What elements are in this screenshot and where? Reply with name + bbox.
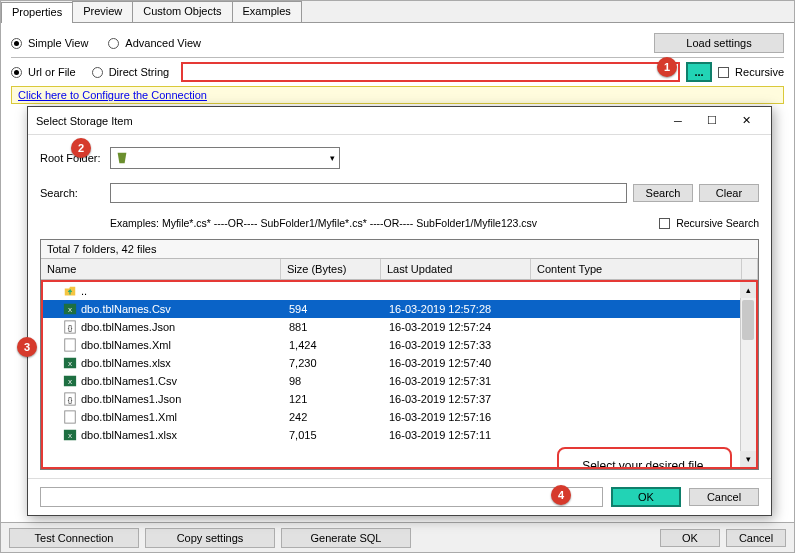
xlsx-file-icon: X (63, 356, 77, 370)
label-direct-string: Direct String (109, 66, 170, 78)
copy-settings-button[interactable]: Copy settings (145, 528, 275, 548)
file-date: 16-03-2019 12:57:31 (389, 375, 539, 387)
file-rows[interactable]: .. Xdbo.tblNames.Csv59416-03-2019 12:57:… (41, 280, 758, 469)
file-name: dbo.tblNames1.xlsx (81, 429, 177, 441)
file-size: 881 (289, 321, 389, 333)
search-input[interactable] (110, 183, 627, 203)
scroll-up-icon[interactable]: ▴ (740, 282, 756, 298)
label-recursive: Recursive (735, 66, 784, 78)
radio-url-or-file[interactable] (11, 67, 22, 78)
tab-custom-objects[interactable]: Custom Objects (132, 1, 232, 22)
main-cancel-button[interactable]: Cancel (726, 529, 786, 547)
checkbox-recursive[interactable] (718, 67, 729, 78)
radio-advanced-view[interactable] (108, 38, 119, 49)
file-size: 7,015 (289, 429, 389, 441)
tab-preview[interactable]: Preview (72, 1, 133, 22)
svg-rect-5 (65, 339, 76, 351)
file-date: 16-03-2019 12:57:11 (389, 429, 539, 441)
maximize-button[interactable]: ☐ (695, 110, 729, 132)
file-date: 16-03-2019 12:57:33 (389, 339, 539, 351)
clear-button[interactable]: Clear (699, 184, 759, 202)
instruction-callout: Select your desired file, which you want… (557, 447, 732, 469)
label-recursive-search: Recursive Search (676, 217, 759, 229)
xml-file-icon (63, 338, 77, 352)
cancel-button[interactable]: Cancel (689, 488, 759, 506)
close-button[interactable]: ✕ (729, 110, 763, 132)
file-name: dbo.tblNames.Json (81, 321, 175, 333)
svg-text:X: X (68, 360, 72, 367)
list-header: Name Size (Bytes) Last Updated Content T… (41, 259, 758, 280)
folder-up-icon (63, 284, 77, 298)
file-size: 242 (289, 411, 389, 423)
file-date: 16-03-2019 12:57:40 (389, 357, 539, 369)
select-storage-dialog: Select Storage Item ─ ☐ ✕ Root Folder: ▾… (27, 106, 772, 516)
table-row[interactable]: Xdbo.tblNames.Csv59416-03-2019 12:57:28 (43, 300, 756, 318)
step-marker-4: 4 (551, 485, 571, 505)
ok-button[interactable]: OK (611, 487, 681, 507)
file-date: 16-03-2019 12:57:16 (389, 411, 539, 423)
table-row[interactable]: Xdbo.tblNames1.xlsx7,01516-03-2019 12:57… (43, 426, 756, 444)
file-date: 16-03-2019 12:57:28 (389, 303, 539, 315)
scroll-down-icon[interactable]: ▾ (740, 451, 756, 467)
xml-file-icon (63, 410, 77, 424)
up-folder-row[interactable]: .. (43, 282, 756, 300)
root-folder-combo[interactable]: ▾ (110, 147, 340, 169)
scroll-thumb[interactable] (742, 300, 754, 340)
col-content-type[interactable]: Content Type (531, 259, 742, 279)
col-updated[interactable]: Last Updated (381, 259, 531, 279)
scrollbar[interactable]: ▴ ▾ (740, 282, 756, 467)
table-row[interactable]: dbo.tblNames1.Xml24216-03-2019 12:57:16 (43, 408, 756, 426)
table-row[interactable]: {}dbo.tblNames.Json88116-03-2019 12:57:2… (43, 318, 756, 336)
load-settings-button[interactable]: Load settings (654, 33, 784, 53)
file-size: 1,424 (289, 339, 389, 351)
table-row[interactable]: {}dbo.tblNames1.Json12116-03-2019 12:57:… (43, 390, 756, 408)
configure-connection-link[interactable]: Click here to Configure the Connection (18, 89, 207, 101)
step-marker-3: 3 (17, 337, 37, 357)
tab-examples[interactable]: Examples (232, 1, 302, 22)
generate-sql-button[interactable]: Generate SQL (281, 528, 411, 548)
test-connection-button[interactable]: Test Connection (9, 528, 139, 548)
url-file-input[interactable] (181, 62, 680, 82)
list-summary: Total 7 folders, 42 files (41, 240, 758, 259)
search-button[interactable]: Search (633, 184, 693, 202)
selected-path-input[interactable] (40, 487, 603, 507)
file-name: dbo.tblNames.xlsx (81, 357, 171, 369)
radio-simple-view[interactable] (11, 38, 22, 49)
file-name: dbo.tblNames1.Xml (81, 411, 177, 423)
step-marker-2: 2 (71, 138, 91, 158)
json-file-icon: {} (63, 320, 77, 334)
col-size[interactable]: Size (Bytes) (281, 259, 381, 279)
svg-rect-12 (65, 411, 76, 423)
file-date: 16-03-2019 12:57:24 (389, 321, 539, 333)
svg-text:X: X (68, 432, 72, 439)
step-marker-1: 1 (657, 57, 677, 77)
tab-properties[interactable]: Properties (1, 2, 73, 23)
file-size: 7,230 (289, 357, 389, 369)
csv-file-icon: X (63, 374, 77, 388)
minimize-button[interactable]: ─ (661, 110, 695, 132)
tab-bar: Properties Preview Custom Objects Exampl… (1, 1, 794, 23)
svg-marker-0 (118, 153, 127, 164)
label-url-or-file: Url or File (28, 66, 76, 78)
file-size: 594 (289, 303, 389, 315)
svg-text:X: X (68, 378, 72, 385)
table-row[interactable]: Xdbo.tblNames.xlsx7,23016-03-2019 12:57:… (43, 354, 756, 372)
bucket-icon (115, 151, 129, 165)
file-name: dbo.tblNames.Csv (81, 303, 171, 315)
main-ok-button[interactable]: OK (660, 529, 720, 547)
label-advanced-view: Advanced View (125, 37, 201, 49)
table-row[interactable]: dbo.tblNames.Xml1,42416-03-2019 12:57:33 (43, 336, 756, 354)
csv-file-icon: X (63, 302, 77, 316)
main-footer: Test Connection Copy settings Generate S… (1, 522, 794, 552)
file-name: dbo.tblNames1.Json (81, 393, 181, 405)
chevron-down-icon: ▾ (330, 153, 335, 163)
checkbox-recursive-search[interactable] (659, 218, 670, 229)
browse-button[interactable]: ... (686, 62, 712, 82)
file-name: dbo.tblNames1.Csv (81, 375, 177, 387)
file-date: 16-03-2019 12:57:37 (389, 393, 539, 405)
table-row[interactable]: Xdbo.tblNames1.Csv9816-03-2019 12:57:31 (43, 372, 756, 390)
up-folder-label: .. (81, 285, 87, 297)
radio-direct-string[interactable] (92, 67, 103, 78)
label-simple-view: Simple View (28, 37, 88, 49)
col-name[interactable]: Name (41, 259, 281, 279)
